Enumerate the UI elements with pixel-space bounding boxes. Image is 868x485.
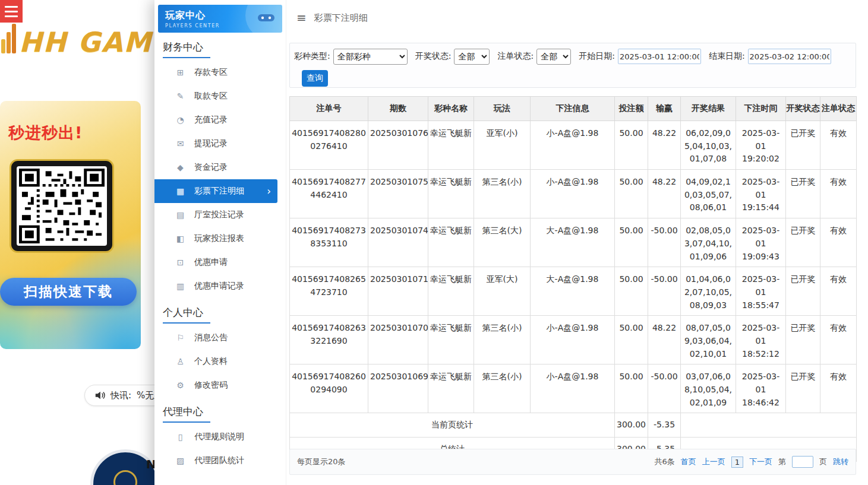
next-page-link[interactable]: 下一页 — [749, 457, 772, 467]
promo-apply-records-icon: ▥ — [175, 281, 185, 291]
cell-result: 04,09,02,10,03,05,07,08,06,01 — [681, 170, 736, 218]
page-summary-label: 当前页统计 — [290, 413, 615, 438]
cell-time: 2025-03-01 18:52:12 — [736, 316, 786, 364]
sidebar-item-agent-rules[interactable]: ▯代理规则说明 — [154, 425, 286, 449]
qr-code — [10, 159, 114, 253]
cell-bet_info: 小-A盘@1.98 — [531, 121, 615, 170]
current-page[interactable]: 1 — [731, 457, 743, 468]
page-summary-row: 当前页统计 300.00 -5.35 — [290, 413, 857, 438]
player-bet-report-icon: ◧ — [175, 234, 185, 243]
page-prefix: 第 — [778, 457, 786, 467]
cell-play: 第三名(小) — [474, 316, 531, 364]
sidebar-item-cashout-records[interactable]: ✉提现记录 — [154, 132, 286, 156]
sidebar-item-promo-apply-records[interactable]: ▥优惠申请记录 — [154, 274, 286, 298]
cell-bet_no: 401569174082738353110 — [290, 218, 368, 267]
cell-winloss: 48.22 — [648, 316, 681, 364]
sidebar-item-recharge-records[interactable]: ◔充值记录 — [154, 108, 286, 132]
cell-bet_info: 小-A盘@1.98 — [531, 170, 615, 218]
sidebar-header: 玩家中心 PLAYERS CENTER — [158, 5, 282, 33]
table-row: 40156917408260029409020250301069幸运飞艇新第三名… — [290, 364, 857, 413]
col-result: 开奖结果 — [681, 97, 736, 121]
sidebar-item-messages[interactable]: ⚐消息公告 — [154, 326, 286, 350]
sidebar-item-label: 修改密码 — [194, 380, 228, 391]
query-button[interactable]: 查询 — [302, 70, 328, 87]
sidebar-item-promo-apply[interactable]: ⊡优惠申请 — [154, 251, 286, 274]
cell-lottery: 幸运飞艇新 — [428, 316, 474, 364]
sidebar-item-agent-team-stats[interactable]: ▨代理团队统计 — [154, 449, 286, 473]
cell-period: 20250301070 — [368, 316, 428, 364]
lottery-type-label: 彩种类型: — [294, 51, 330, 62]
withdraw-zone-icon: ✎ — [175, 91, 185, 101]
hamburger-icon[interactable]: ≡ — [296, 12, 307, 24]
end-date-label: 结束日期: — [709, 51, 745, 62]
sidebar-item-withdraw-zone[interactable]: ✎取款专区 — [154, 84, 286, 108]
cell-period: 20250301075 — [368, 170, 428, 218]
cell-amount: 50.00 — [615, 364, 648, 413]
cell-bet_no: 401569174082800276410 — [290, 121, 368, 170]
cell-amount: 50.00 — [615, 218, 648, 267]
cell-period: 20250301069 — [368, 364, 428, 413]
cell-period: 20250301076 — [368, 121, 428, 170]
menu-button[interactable] — [0, 0, 23, 23]
lottery-type-select[interactable]: 全部彩种 — [333, 49, 408, 65]
cell-bet_status: 有效 — [820, 316, 857, 364]
cell-lottery: 幸运飞艇新 — [428, 218, 474, 267]
sidebar-item-hall-bet-records[interactable]: ▤厅室投注记录 — [154, 203, 286, 227]
cell-play: 第三名(小) — [474, 170, 531, 218]
cell-play: 亚军(大) — [474, 267, 531, 316]
cell-bet_no: 401569174082633221690 — [290, 316, 368, 364]
jump-page-input[interactable] — [792, 456, 813, 468]
table-row: 40156917408277446241020250301075幸运飞艇新第三名… — [290, 170, 857, 218]
cell-bet_no: 401569174082774462410 — [290, 170, 368, 218]
sidebar-item-label: 玩家投注报表 — [194, 233, 244, 244]
section-title: 代理中心 — [163, 405, 203, 423]
hall-bet-records-icon: ▤ — [175, 210, 185, 220]
sidebar-item-label: 消息公告 — [194, 332, 228, 343]
funds-records-icon: ◆ — [175, 163, 185, 172]
bet-status-select[interactable]: 全部 — [536, 49, 571, 65]
main-content: ≡ 彩票下注明细 彩种类型: 全部彩种 开奖状态: 全部 注单状态: 全部 开始… — [286, 0, 868, 485]
sidebar-item-funds-records[interactable]: ◆资金记录 — [154, 156, 286, 179]
cell-draw_status: 已开奖 — [786, 121, 820, 170]
end-date-input[interactable] — [748, 49, 831, 64]
banner-slogan: 秒进秒出! — [8, 122, 83, 144]
start-date-label: 开始日期: — [579, 51, 615, 62]
cell-lottery: 幸运飞艇新 — [428, 170, 474, 218]
table-row: 40156917408273835311020250301074幸运飞艇新第三名… — [290, 218, 857, 267]
cell-result: 06,02,09,05,04,10,03,01,07,08 — [681, 121, 736, 170]
start-date-input[interactable] — [618, 49, 701, 64]
cell-bet_info: 小-A盘@1.98 — [531, 316, 615, 364]
cell-result: 08,07,05,09,03,06,04,02,10,01 — [681, 316, 736, 364]
agent-rules-icon: ▯ — [175, 432, 185, 442]
sidebar-item-profile[interactable]: ♙个人资料 — [154, 350, 286, 373]
cell-bet_status: 有效 — [820, 218, 857, 267]
download-button[interactable]: 扫描快速下载 — [0, 278, 137, 306]
cell-play: 亚军(小) — [474, 121, 531, 170]
first-page-link[interactable]: 首页 — [681, 457, 696, 467]
sidebar-title: 玩家中心 — [165, 9, 220, 22]
sidebar-item-player-bet-report[interactable]: ◧玩家投注报表 — [154, 227, 286, 251]
cell-lottery: 幸运飞艇新 — [428, 121, 474, 170]
cell-bet_no: 401569174082654723710 — [290, 267, 368, 316]
sidebar-item-label: 厅室投注记录 — [194, 210, 244, 220]
bet-status-label: 注单状态: — [497, 51, 534, 62]
sidebar-item-deposit-zone[interactable]: ⊞存款专区 — [154, 61, 286, 84]
prev-page-link[interactable]: 上一页 — [702, 457, 725, 467]
sidebar-item-lottery-bet-details[interactable]: ▦彩票下注明细› — [154, 179, 277, 203]
cell-lottery: 幸运飞艇新 — [428, 267, 474, 316]
col-amount: 投注额 — [615, 97, 648, 121]
cell-play: 第三名(大) — [474, 218, 531, 267]
ticker-label: 快讯: — [111, 390, 131, 401]
sidebar-item-label: 代理团队统计 — [194, 455, 244, 466]
cell-result: 02,08,05,03,07,04,10,01,09,06 — [681, 218, 736, 267]
draw-status-select[interactable]: 全部 — [454, 49, 490, 65]
col-bet-no: 注单号 — [290, 97, 368, 121]
cell-amount: 50.00 — [615, 316, 648, 364]
sidebar-item-label: 彩票下注明细 — [194, 186, 244, 196]
jump-link[interactable]: 跳转 — [833, 457, 848, 467]
topbar: ≡ 彩票下注明细 — [286, 0, 868, 36]
cell-winloss: 48.22 — [648, 121, 681, 170]
cell-time: 2025-03-01 18:55:47 — [736, 267, 786, 316]
menu-icon — [5, 6, 18, 8]
sidebar-item-change-password[interactable]: ⚙修改密码 — [154, 373, 286, 397]
